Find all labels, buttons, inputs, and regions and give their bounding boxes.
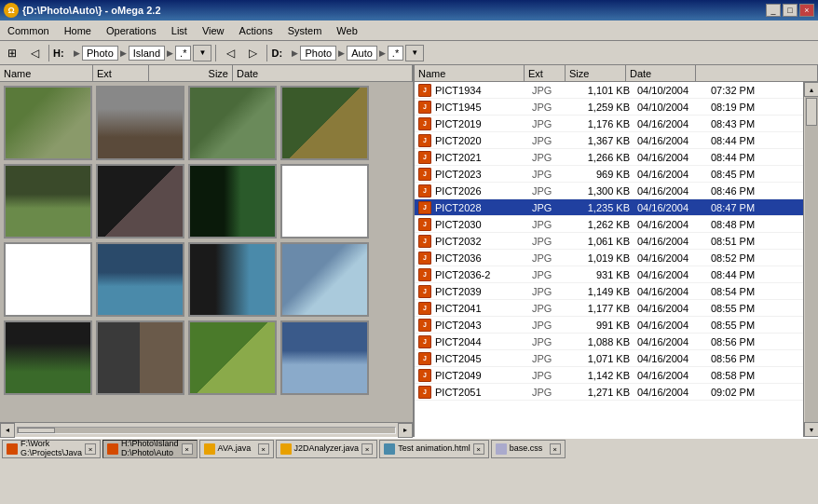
file-row-17[interactable]: J PICT2049 JPG 1,142 KB 04/16/2004 08:58… xyxy=(415,367,803,384)
menu-home[interactable]: Home xyxy=(57,20,99,40)
right-col-name[interactable]: Name xyxy=(415,65,525,81)
toolbar-back-btn[interactable]: ◁ xyxy=(24,44,45,62)
right-vscrollbar[interactable]: ▴ ▾ xyxy=(803,82,818,437)
thumbnail-item-14[interactable] xyxy=(188,320,277,395)
right-path-dropdown[interactable]: ▼ xyxy=(405,45,424,61)
toolbar-right-fwd-btn[interactable]: ▷ xyxy=(242,44,263,62)
thumbnail-item-6[interactable] xyxy=(188,164,277,238)
menu-system[interactable]: System xyxy=(280,20,330,40)
thumbnail-item-4[interactable] xyxy=(4,164,92,238)
thumbnail-item-5[interactable] xyxy=(96,164,184,238)
thumbnail-item-7[interactable] xyxy=(280,164,369,238)
taskbar-item-0[interactable]: F:\WorkG:\Projects\Java× xyxy=(2,440,101,458)
right-col-ext[interactable]: Ext xyxy=(525,65,566,81)
taskbar-item-4[interactable]: Test animation.html× xyxy=(379,440,489,458)
menu-operations[interactable]: Operations xyxy=(99,20,164,40)
task-close-3[interactable]: × xyxy=(361,443,373,455)
file-row-1[interactable]: J PICT1945 JPG 1,259 KB 04/10/2004 08:19… xyxy=(415,99,803,116)
task-close-1[interactable]: × xyxy=(182,443,193,455)
file-row-3[interactable]: J PICT2020 JPG 1,367 KB 04/16/2004 08:44… xyxy=(415,132,803,149)
right-col-size[interactable]: Size xyxy=(566,65,626,81)
toolbar-view-btn[interactable]: ⊞ xyxy=(2,44,22,62)
menu-list[interactable]: List xyxy=(164,20,195,40)
file-ext-14: JPG xyxy=(532,320,569,331)
thumbnail-item-9[interactable] xyxy=(96,242,184,317)
file-size-17: 1,142 KB xyxy=(573,370,634,381)
maximize-button[interactable]: □ xyxy=(783,4,798,17)
thumbnail-item-15[interactable] xyxy=(280,320,369,395)
file-row-0[interactable]: J PICT1934 JPG 1,101 KB 04/10/2004 07:32… xyxy=(415,82,803,99)
left-path-filter[interactable]: .* xyxy=(175,46,191,61)
close-button[interactable]: × xyxy=(799,4,814,17)
vscroll-down-btn[interactable]: ▾ xyxy=(804,422,819,437)
left-col-size[interactable]: Size xyxy=(149,65,233,81)
thumbnail-item-3[interactable] xyxy=(280,86,369,160)
file-row-2[interactable]: J PICT2019 JPG 1,176 KB 04/16/2004 08:43… xyxy=(415,116,803,132)
thumbnail-item-11[interactable] xyxy=(280,242,369,317)
left-path-dropdown[interactable]: ▼ xyxy=(193,45,211,61)
file-row-18[interactable]: J PICT2051 JPG 1,271 KB 04/16/2004 09:02… xyxy=(415,384,803,401)
file-row-6[interactable]: J PICT2026 JPG 1,300 KB 04/16/2004 08:46… xyxy=(415,183,803,199)
right-path-filter[interactable]: .* xyxy=(388,46,403,61)
thumbnail-item-1[interactable] xyxy=(96,86,184,160)
file-row-4[interactable]: J PICT2021 JPG 1,266 KB 04/16/2004 08:44… xyxy=(415,149,803,166)
file-ext-18: JPG xyxy=(532,387,569,398)
left-path-photo[interactable]: Photo xyxy=(82,46,118,61)
task-close-4[interactable]: × xyxy=(473,443,484,455)
file-row-5[interactable]: J PICT2023 JPG 969 KB 04/16/2004 08:45 P… xyxy=(415,166,803,183)
file-row-16[interactable]: J PICT2045 JPG 1,071 KB 04/16/2004 08:56… xyxy=(415,350,803,367)
file-date-9: 04/16/2004 xyxy=(637,236,707,247)
right-col-date[interactable]: Date xyxy=(626,65,696,81)
menu-view[interactable]: View xyxy=(195,20,232,40)
vscroll-track[interactable] xyxy=(805,97,818,422)
file-size-11: 931 KB xyxy=(573,269,634,280)
thumbnail-scroll[interactable] xyxy=(0,82,413,422)
file-row-8[interactable]: J PICT2030 JPG 1,262 KB 04/16/2004 08:48… xyxy=(415,216,803,233)
file-row-14[interactable]: J PICT2043 JPG 991 KB 04/16/2004 08:55 P… xyxy=(415,317,803,334)
file-row-12[interactable]: J PICT2039 JPG 1,149 KB 04/16/2004 08:54… xyxy=(415,283,803,300)
left-path-island[interactable]: Island xyxy=(129,46,165,61)
task-label-1: H:\Photo\IslandD:\Photo\Auto xyxy=(121,440,179,458)
menu-actions[interactable]: Actions xyxy=(232,20,280,40)
vscroll-up-btn[interactable]: ▴ xyxy=(804,82,819,97)
file-row-7[interactable]: J PICT2028 JPG 1,235 KB 04/16/2004 08:47… xyxy=(415,199,803,216)
file-row-10[interactable]: J PICT2036 JPG 1,019 KB 04/16/2004 08:52… xyxy=(415,250,803,266)
thumbnail-item-10[interactable] xyxy=(188,242,277,317)
file-row-13[interactable]: J PICT2041 JPG 1,177 KB 04/16/2004 08:55… xyxy=(415,300,803,317)
hscroll-track[interactable] xyxy=(17,427,396,434)
taskbar-item-1[interactable]: H:\Photo\IslandD:\Photo\Auto× xyxy=(102,440,198,458)
vscroll-thumb[interactable] xyxy=(806,98,817,126)
taskbar-item-2[interactable]: AVA.java× xyxy=(199,440,274,458)
file-list[interactable]: J PICT1934 JPG 1,101 KB 04/10/2004 07:32… xyxy=(415,82,803,437)
thumbnail-item-13[interactable] xyxy=(96,320,184,395)
left-col-name[interactable]: Name xyxy=(0,65,93,81)
minimize-button[interactable]: _ xyxy=(766,4,781,17)
left-col-date[interactable]: Date xyxy=(233,65,413,81)
file-ext-13: JPG xyxy=(532,303,569,314)
left-hscrollbar[interactable]: ◂ ▸ xyxy=(0,422,413,437)
file-row-9[interactable]: J PICT2032 JPG 1,061 KB 04/16/2004 08:51… xyxy=(415,233,803,250)
task-close-2[interactable]: × xyxy=(258,443,269,455)
file-ext-4: JPG xyxy=(532,152,569,163)
taskbar-item-3[interactable]: J2DAnalyzer.java× xyxy=(276,440,378,458)
taskbar-item-5[interactable]: base.css× xyxy=(491,440,566,458)
file-row-15[interactable]: J PICT2044 JPG 1,088 KB 04/16/2004 08:56… xyxy=(415,334,803,350)
file-row-11[interactable]: J PICT2036-2 JPG 931 KB 04/16/2004 08:44… xyxy=(415,266,803,283)
menu-web[interactable]: Web xyxy=(329,20,364,40)
thumbnail-item-12[interactable] xyxy=(4,320,92,395)
hscroll-thumb[interactable] xyxy=(18,428,55,433)
task-close-5[interactable]: × xyxy=(550,443,561,455)
right-path-auto[interactable]: Auto xyxy=(347,46,377,61)
thumbnail-item-8[interactable] xyxy=(4,242,92,317)
file-time-6: 08:46 PM xyxy=(711,185,767,197)
right-path-photo[interactable]: Photo xyxy=(300,46,336,61)
taskbar: F:\WorkG:\Projects\Java×H:\Photo\IslandD… xyxy=(0,437,818,459)
menu-common[interactable]: Common xyxy=(0,20,57,40)
hscroll-right-btn[interactable]: ▸ xyxy=(398,423,413,438)
left-col-ext[interactable]: Ext xyxy=(93,65,149,81)
thumbnail-item-2[interactable] xyxy=(188,86,277,160)
toolbar-right-back-btn[interactable]: ◁ xyxy=(220,44,240,62)
task-close-0[interactable]: × xyxy=(85,443,96,455)
thumbnail-item-0[interactable] xyxy=(4,86,92,160)
hscroll-left-btn[interactable]: ◂ xyxy=(0,423,15,438)
